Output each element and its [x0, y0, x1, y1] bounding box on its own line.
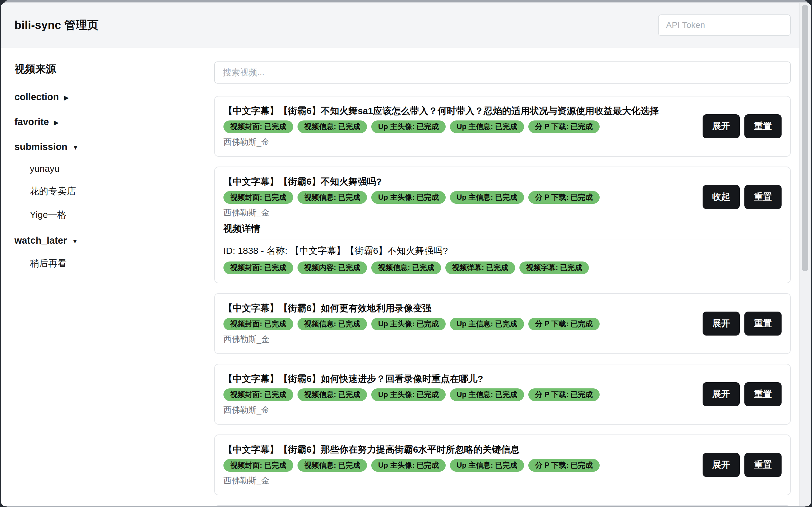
reset-button[interactable]: 重置: [744, 453, 781, 477]
video-card-info: 【中文字幕】【街霸6】那些你在努力提高街霸6水平时所忽略的关键信息 视频封面: …: [223, 444, 600, 486]
sidebar-group-toggle-submission[interactable]: submission ▼: [14, 142, 194, 153]
sidebar-item-yunayu[interactable]: yunayu: [30, 164, 194, 174]
status-badges-row: 视频封面: 已完成 视频信息: 已完成 Up 主头像: 已完成 Up 主信息: …: [223, 191, 600, 204]
status-badges-row: 视频封面: 已完成 视频信息: 已完成 Up 主头像: 已完成 Up 主信息: …: [223, 318, 600, 330]
sidebar-group-label: favorite: [14, 116, 49, 127]
video-title: 【中文字幕】【街霸6】不知火舞sa1应该怎么带入？何时带入？忍焰的适用状况与资源…: [223, 105, 659, 117]
triangle-right-icon: ▶: [54, 119, 59, 126]
status-badge: 视频封面: 已完成: [223, 262, 293, 274]
status-badge: Up 主信息: 已完成: [450, 459, 524, 472]
sidebar-item-huadezhuanmaidian[interactable]: 花的专卖店: [30, 185, 194, 198]
status-badge: 视频封面: 已完成: [223, 318, 293, 330]
video-card-info: 【中文字幕】【街霸6】不知火舞sa1应该怎么带入？何时带入？忍焰的适用状况与资源…: [223, 105, 659, 148]
video-card-actions: 展开 重置: [703, 312, 781, 336]
status-badge: Up 主头像: 已完成: [371, 388, 445, 401]
sidebar-item-shaohouzaikan[interactable]: 稍后再看: [30, 257, 194, 270]
status-badge: 视频封面: 已完成: [223, 120, 293, 133]
video-card-actions: 展开 重置: [703, 382, 781, 406]
video-author: 西佛勒斯_金: [223, 207, 600, 218]
app-window: bili-sync 管理页 视频来源 collection ▶ favorite…: [1, 2, 811, 506]
status-badge: 分 P 下载: 已完成: [528, 459, 600, 472]
reset-button[interactable]: 重置: [744, 114, 781, 138]
video-card-header: 【中文字幕】【街霸6】如何更有效地利用录像变强 视频封面: 已完成 视频信息: …: [223, 302, 781, 345]
status-badge: Up 主信息: 已完成: [450, 318, 524, 330]
scrollbar-thumb[interactable]: [802, 5, 808, 271]
app-header: bili-sync 管理页: [1, 2, 811, 48]
status-badge: 视频封面: 已完成: [223, 388, 293, 401]
status-badge: Up 主头像: 已完成: [371, 459, 445, 472]
api-token-input[interactable]: [658, 14, 791, 36]
video-card-expanded: 【中文字幕】【街霸6】不知火舞强吗? 视频封面: 已完成 视频信息: 已完成 U…: [214, 167, 791, 283]
status-badge: 分 P 下载: 已完成: [528, 318, 600, 330]
video-card-info: 【中文字幕】【街霸6】如何更有效地利用录像变强 视频封面: 已完成 视频信息: …: [223, 302, 600, 345]
collapse-button[interactable]: 收起: [703, 185, 740, 209]
sidebar-group-collection: collection ▶: [14, 92, 194, 103]
expand-button[interactable]: 展开: [703, 114, 740, 138]
video-card: 【中文字幕】【街霸6】不知火舞sa1应该怎么带入？何时带入？忍焰的适用状况与资源…: [214, 96, 791, 157]
video-id-line: ID: 1838 - 名称: 【中文字幕】【街霸6】不知火舞强吗?: [223, 245, 781, 257]
sidebar-group-favorite: favorite ▶: [14, 116, 194, 127]
app-body: 视频来源 collection ▶ favorite ▶ submission …: [1, 48, 811, 506]
video-card-info: 【中文字幕】【街霸6】不知火舞强吗? 视频封面: 已完成 视频信息: 已完成 U…: [223, 176, 600, 218]
status-badge: 分 P 下载: 已完成: [528, 120, 600, 133]
sidebar-group-label: watch_later: [14, 235, 67, 246]
sidebar-group-submission: submission ▼ yunayu 花的专卖店 Yige一格: [14, 142, 194, 221]
triangle-down-icon: ▼: [72, 144, 79, 151]
sidebar: 视频来源 collection ▶ favorite ▶ submission …: [1, 48, 203, 506]
expand-button[interactable]: 展开: [703, 382, 740, 406]
status-badges-row: 视频封面: 已完成 视频信息: 已完成 Up 主头像: 已完成 Up 主信息: …: [223, 120, 659, 133]
video-author: 西佛勒斯_金: [223, 136, 659, 148]
triangle-right-icon: ▶: [64, 94, 69, 101]
page-title: bili-sync 管理页: [14, 17, 99, 33]
status-badge: 视频弹幕: 已完成: [445, 262, 515, 274]
details-badges-row: 视频封面: 已完成 视频内容: 已完成 视频信息: 已完成 视频弹幕: 已完成 …: [223, 262, 781, 274]
status-badge: Up 主信息: 已完成: [450, 191, 524, 204]
status-badge: 视频信息: 已完成: [297, 191, 367, 204]
status-badge: 视频信息: 已完成: [297, 388, 367, 401]
status-badge: 视频封面: 已完成: [223, 191, 293, 204]
status-badge: 视频封面: 已完成: [223, 459, 293, 472]
expand-button[interactable]: 展开: [703, 312, 740, 336]
video-card: 【中文字幕】【街霸6】如何快速进步？回看录像时重点在哪儿? 视频封面: 已完成 …: [214, 364, 791, 425]
scrollbar-track: [799, 3, 811, 506]
expand-button[interactable]: 展开: [703, 453, 740, 477]
video-card-actions: 展开 重置: [703, 114, 781, 138]
video-title: 【中文字幕】【街霸6】那些你在努力提高街霸6水平时所忽略的关键信息: [223, 444, 600, 455]
sidebar-group-toggle-favorite[interactable]: favorite ▶: [14, 116, 194, 127]
sidebar-sublist-watch-later: 稍后再看: [14, 257, 194, 270]
main-content: 【中文字幕】【街霸6】不知火舞sa1应该怎么带入？何时带入？忍焰的适用状况与资源…: [203, 48, 811, 506]
triangle-down-icon: ▼: [72, 238, 78, 244]
status-badge: Up 主信息: 已完成: [450, 120, 524, 133]
status-badges-row: 视频封面: 已完成 视频信息: 已完成 Up 主头像: 已完成 Up 主信息: …: [223, 388, 600, 401]
status-badges-row: 视频封面: 已完成 视频信息: 已完成 Up 主头像: 已完成 Up 主信息: …: [223, 459, 600, 472]
video-card-info: 【中文字幕】【街霸6】如何快速进步？回看录像时重点在哪儿? 视频封面: 已完成 …: [223, 373, 600, 415]
video-card-header: 【中文字幕】【街霸6】如何快速进步？回看录像时重点在哪儿? 视频封面: 已完成 …: [223, 373, 781, 415]
video-author: 西佛勒斯_金: [223, 334, 600, 345]
status-badge: 视频字幕: 已完成: [520, 262, 589, 274]
sidebar-group-toggle-watch-later[interactable]: watch_later ▼: [14, 235, 194, 246]
sidebar-sublist-submission: yunayu 花的专卖店 Yige一格: [14, 164, 194, 221]
sidebar-group-toggle-collection[interactable]: collection ▶: [14, 92, 194, 103]
video-card-header: 【中文字幕】【街霸6】不知火舞sa1应该怎么带入？何时带入？忍焰的适用状况与资源…: [223, 105, 781, 148]
status-badge: Up 主信息: 已完成: [450, 388, 524, 401]
status-badge: 视频信息: 已完成: [297, 318, 367, 330]
video-card-actions: 展开 重置: [703, 453, 781, 477]
search-input[interactable]: [214, 61, 791, 83]
status-badge: 分 P 下载: 已完成: [528, 191, 600, 204]
sidebar-group-watch-later: watch_later ▼ 稍后再看: [14, 235, 194, 270]
status-badge: 视频信息: 已完成: [371, 262, 441, 274]
video-card: 【中文字幕】【街霸6】如何选择进攻选项? 视频封面: 已完成 视频信息: 已完成…: [214, 505, 791, 506]
sidebar-item-yigeyige[interactable]: Yige一格: [30, 209, 194, 221]
video-card-header: 【中文字幕】【街霸6】那些你在努力提高街霸6水平时所忽略的关键信息 视频封面: …: [223, 444, 781, 486]
video-title: 【中文字幕】【街霸6】不知火舞强吗?: [223, 176, 600, 187]
status-badge: Up 主头像: 已完成: [371, 191, 445, 204]
status-badge: Up 主头像: 已完成: [371, 318, 445, 330]
status-badge: 视频内容: 已完成: [297, 262, 367, 274]
reset-button[interactable]: 重置: [744, 382, 781, 406]
sidebar-group-label: collection: [14, 92, 59, 103]
video-card-actions: 收起 重置: [703, 185, 781, 209]
reset-button[interactable]: 重置: [744, 312, 781, 336]
video-card-header: 【中文字幕】【街霸6】不知火舞强吗? 视频封面: 已完成 视频信息: 已完成 U…: [223, 176, 781, 218]
status-badge: 视频信息: 已完成: [297, 120, 367, 133]
reset-button[interactable]: 重置: [744, 185, 781, 209]
